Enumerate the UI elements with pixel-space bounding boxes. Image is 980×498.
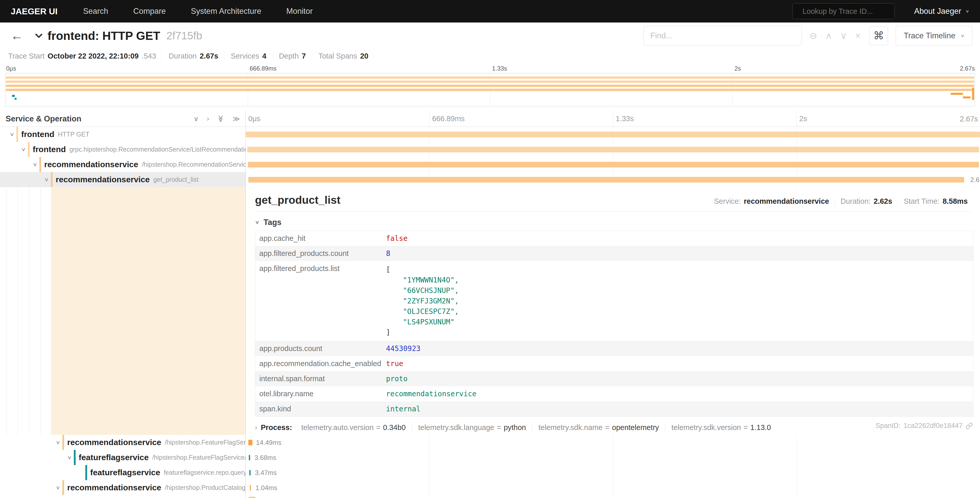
tag-row: app.filtered_products.list [ 1YMWWN1N4O … [255,261,973,341]
service-color-chip [62,480,64,495]
service-color-chip [51,172,52,187]
trace-title: frontend: HTTP GET [48,29,160,43]
indent-guide [6,187,6,435]
span-bar[interactable] [248,440,252,445]
about-jaeger-menu[interactable]: About Jaeger ∨ [914,6,969,16]
summary-trace-start: Trace Start October 22 2022, 22:10:09 .5… [8,52,162,60]
span-name-cell[interactable]: ∨ featureflagservice /hipstershop.Featur… [0,450,246,465]
trace-id-search-input[interactable] [802,7,899,16]
span-row: ∨ recommendationservice /hipstershop.Fea… [0,435,980,450]
timeline-ticks: 0μs 666.89ms 1.33s 2s 2.67s [246,111,980,126]
span-bar[interactable] [249,497,256,498]
chevron-down-icon[interactable]: ∨ [54,485,62,491]
chevron-down-icon[interactable]: ∨ [54,439,62,445]
summary-depth: Depth 7 [273,52,312,60]
span-bar[interactable] [248,162,979,168]
span-bar-cell[interactable] [246,157,980,172]
span-row: ∨ frontend grpc.hipstershop.Recommendati… [0,142,980,157]
expand-all-icon[interactable]: ≫ [233,115,240,123]
span-name-cell[interactable] [0,495,246,498]
span-operation-name: get_product_list [153,176,199,183]
find-input[interactable] [644,26,802,46]
minimap-span-bar [972,88,974,100]
process-section-toggle[interactable]: › Process: telemetry.auto.version = 0.34… [255,423,974,432]
span-detail-row: get_product_list Service: recommendation… [0,187,980,435]
zoom-out-icon[interactable]: ⊖ [810,30,817,41]
span-bar[interactable] [250,485,251,491]
collapse-trace-chevron[interactable] [33,30,45,42]
chevron-down-icon: ∨ [961,34,964,38]
detail-duration: Duration: 2.62s [835,197,898,206]
span-bar-cell[interactable]: 2.6 [246,172,980,187]
process-item: telemetry.auto.version = 0.34b0 [295,423,412,432]
span-detail-tree-offset [0,187,246,435]
span-service-name: recommendationservice [56,175,150,184]
chevron-down-icon[interactable]: ∨ [42,177,51,182]
span-bar[interactable] [247,147,979,152]
span-name-cell[interactable]: ∨ recommendationservice /hipstershop.Pro… [0,480,246,495]
service-color-chip [16,127,18,142]
keyboard-shortcuts-button[interactable]: ⌘ [869,26,888,45]
trace-header: ← frontend: HTTP GET 2f715fb ⊖ ∧ ∨ × ⌘ T… [0,22,980,49]
span-operation-name: /hipstershop.FeatureFlagService/Ge... [152,454,246,461]
span-bar[interactable] [249,455,250,460]
chevron-down-icon[interactable]: ∨ [8,131,16,137]
detail-start-time: Start Time: 8.58ms [898,197,974,206]
clear-find-icon[interactable]: × [855,30,861,41]
expand-one-icon[interactable]: › [207,115,209,123]
span-detail-meta: Service: recommendationservice Duration:… [708,197,974,206]
span-rows: ∨ frontend HTTP GET ∨ frontend grpc.hips… [0,127,980,498]
span-operation-name: /hipstershop.ProductCatalogSer... [165,484,246,492]
span-bar[interactable] [248,177,964,182]
span-name-cell[interactable]: ∨ recommendationservice /hipstershop.Rec… [0,157,246,172]
back-button[interactable]: ← [11,29,23,43]
span-detail-title: get_product_list [255,194,340,206]
collapse-all-icon[interactable]: ≫ [217,115,225,122]
tag-row: app.products.count 44530923 [255,341,973,356]
nav-item-monitor[interactable]: Monitor [286,6,313,16]
span-operation-name: /hipstershop.RecommendationService/Lis..… [142,161,246,168]
span-name-cell[interactable]: ∨ recommendationservice get_product_list [0,172,246,187]
span-service-name: recommendationservice [67,438,161,447]
span-row: ∨ recommendationservice /hipstershop.Pro… [0,480,980,495]
process-item: telemetry.sdk.language = python [412,423,532,432]
top-nav: JAEGER UI Search Compare System Architec… [0,0,980,22]
service-color-chip [39,157,41,172]
find-prev-icon[interactable]: ∧ [826,30,832,41]
span-name-cell[interactable]: featureflagservice featureflagservice.re… [0,465,246,480]
chevron-down-icon[interactable]: ∨ [65,455,74,460]
span-row: ∨ featureflagservice /hipstershop.Featur… [0,450,980,465]
span-name-cell[interactable]: ∨ recommendationservice /hipstershop.Fea… [0,435,246,450]
span-bar-cell[interactable]: 3.68ms [246,450,980,465]
link-icon[interactable] [966,422,973,429]
trace-minimap[interactable] [5,73,975,106]
chevron-down-icon[interactable]: ∨ [19,147,28,152]
find-next-icon[interactable]: ∨ [840,30,847,41]
trace-view-dropdown[interactable]: Trace Timeline ∨ [896,26,972,46]
chevron-down-icon: ∨ [255,220,259,225]
span-bar[interactable] [246,132,980,137]
summary-services: Services 4 [224,52,272,60]
span-bar[interactable] [249,470,251,476]
collapse-one-icon[interactable]: ∨ [194,115,199,123]
trace-id-search[interactable] [792,3,895,19]
span-bar-cell[interactable] [246,127,980,142]
minimap-span-bar [6,89,974,91]
chevron-down-icon[interactable]: ∨ [31,161,39,168]
span-row: featureflagservice featureflagservice.re… [0,465,980,480]
span-duration-label: 2.6 [970,176,980,184]
nav-item-compare[interactable]: Compare [134,6,166,16]
span-bar-cell[interactable]: 3.47ms [246,465,980,480]
span-name-cell[interactable]: ∨ frontend HTTP GET [0,127,246,142]
span-bar-cell[interactable] [246,495,980,498]
span-bar-cell[interactable] [246,142,980,157]
span-bar-cell[interactable]: 14.49ms [246,435,980,450]
tag-list-value: [ 1YMWWN1N4O 66VCHSJNUP 2ZYFJ3GM2N OLJCE… [383,261,973,341]
tags-section-toggle[interactable]: ∨ Tags [255,218,974,227]
span-bar-cell[interactable]: 1.04ms [246,480,980,495]
tag-row: otel.library.name recommendationservice [255,386,973,401]
span-name-cell[interactable]: ∨ frontend grpc.hipstershop.Recommendati… [0,142,246,157]
nav-item-system-architecture[interactable]: System Architecture [191,6,261,16]
nav-item-search[interactable]: Search [83,6,108,16]
indent-guide [18,187,18,435]
